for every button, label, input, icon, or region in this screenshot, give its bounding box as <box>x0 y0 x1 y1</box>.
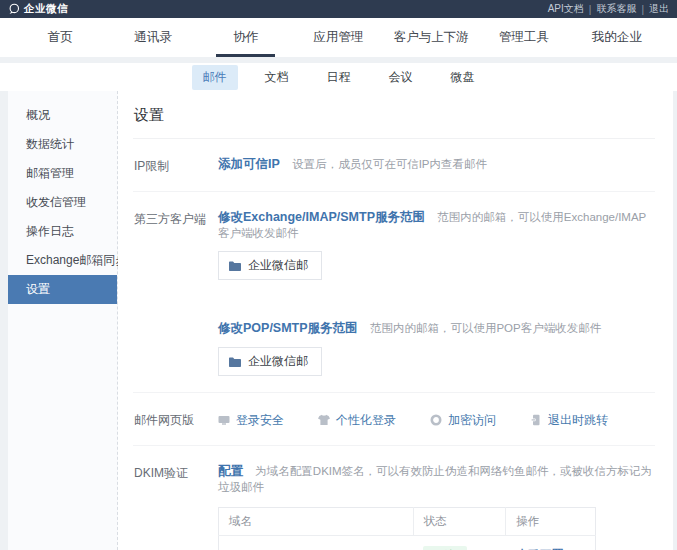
subtab-drive[interactable]: 微盘 <box>440 65 486 90</box>
dkim-configure-link[interactable]: 配置 <box>218 464 243 478</box>
sidebar-item-operation-log[interactable]: 操作日志 <box>8 217 117 246</box>
encrypted-access-link[interactable]: 加密访问 <box>430 412 496 429</box>
app-title: 企业微信 <box>24 2 68 16</box>
exchange-scope-row: 修改Exchange/IMAP/SMTP服务范围 范围内的邮箱，可以使用Exch… <box>218 209 655 280</box>
pop-scope-description: 范围内的邮箱，可以使用POP客户端收发邮件 <box>370 322 601 334</box>
monitor-icon <box>218 414 230 426</box>
personalized-login-link[interactable]: 个性化登录 <box>318 412 396 429</box>
exchange-scope-label: 企业微信邮 <box>248 257 308 274</box>
modify-pop-scope-link[interactable]: 修改POP/SMTP服务范围 <box>218 321 358 335</box>
sidebar-item-overview[interactable]: 概况 <box>8 101 117 130</box>
section-webmail: 邮件网页版 登录安全 <box>133 393 655 446</box>
subtab-meeting[interactable]: 会议 <box>378 65 424 90</box>
nav-tab-my-company[interactable]: 我的企业 <box>570 18 663 57</box>
sidebar-item-statistics[interactable]: 数据统计 <box>8 130 117 159</box>
app-logo: 企业微信 <box>8 2 68 16</box>
sidebar-item-exchange-sync[interactable]: Exchange邮箱同步 <box>8 246 117 275</box>
sidebar-item-settings[interactable]: 设置 <box>8 275 117 304</box>
section-label: DKIM验证 <box>134 463 218 550</box>
sidebar-item-mailbox-management[interactable]: 邮箱管理 <box>8 159 117 188</box>
table-header-row: 域名 状态 操作 <box>219 508 596 536</box>
subtab-mail[interactable]: 邮件 <box>192 65 238 90</box>
sub-nav: 邮件 文档 日程 会议 微盘 <box>0 63 677 91</box>
topbar-links: API文档 | 联系客服 | 退出 <box>548 2 669 16</box>
divider: | <box>641 4 644 15</box>
sidebar: 概况 数据统计 邮箱管理 收发信管理 操作日志 Exchange邮箱同步 设置 <box>8 91 118 550</box>
login-security-link[interactable]: 登录安全 <box>218 412 284 429</box>
dkim-domain-table: 域名 状态 操作 988666.club 已验证 查看配置 sjdhgfdk.c… <box>218 507 596 550</box>
exit-icon <box>530 414 542 426</box>
add-trusted-ip-link[interactable]: 添加可信IP <box>218 157 280 171</box>
pop-scope-row: 修改POP/SMTP服务范围 范围内的邮箱，可以使用POP客户端收发邮件 企业微… <box>218 320 655 376</box>
divider: | <box>589 4 592 15</box>
status-badge: 已验证 <box>423 546 467 550</box>
folder-icon <box>228 260 242 272</box>
api-docs-link[interactable]: API文档 <box>548 2 584 16</box>
column-header-domain: 域名 <box>219 508 414 536</box>
exchange-scope-chip[interactable]: 企业微信邮 <box>218 251 322 280</box>
section-label: 第三方客户端 <box>134 209 218 376</box>
sidebar-item-send-receive[interactable]: 收发信管理 <box>8 188 117 217</box>
nav-tab-tools[interactable]: 管理工具 <box>478 18 571 57</box>
domain-cell: 988666.club <box>219 536 414 550</box>
nav-tab-contacts[interactable]: 通讯录 <box>107 18 200 57</box>
top-bar: 企业微信 API文档 | 联系客服 | 退出 <box>0 0 677 18</box>
shirt-icon <box>318 414 330 426</box>
encrypt-icon <box>430 414 442 426</box>
section-ip-restriction: IP限制 添加可信IP 设置后，成员仅可在可信IP内查看邮件 <box>133 139 655 192</box>
dkim-description: 为域名配置DKIM签名，可以有效防止伪造和网络钓鱼邮件，或被收信方标记为垃圾邮件 <box>218 465 652 493</box>
page-title: 设置 <box>133 104 655 139</box>
column-header-status: 状态 <box>413 508 506 536</box>
section-third-party-clients: 第三方客户端 修改Exchange/IMAP/SMTP服务范围 范围内的邮箱，可… <box>133 192 655 393</box>
chat-bubble-icon <box>8 3 20 15</box>
nav-tab-collaboration[interactable]: 协作 <box>199 18 292 57</box>
main-panel: 设置 IP限制 添加可信IP 设置后，成员仅可在可信IP内查看邮件 第三方客户端… <box>118 91 673 550</box>
logout-link[interactable]: 退出 <box>649 2 669 16</box>
folder-icon <box>228 356 242 368</box>
contact-support-link[interactable]: 联系客服 <box>596 2 636 16</box>
logout-redirect-link[interactable]: 退出时跳转 <box>530 412 608 429</box>
main-nav: 首页 通讯录 协作 应用管理 客户与上下游 管理工具 我的企业 <box>0 18 677 57</box>
subtab-calendar[interactable]: 日程 <box>316 65 362 90</box>
modify-exchange-scope-link[interactable]: 修改Exchange/IMAP/SMTP服务范围 <box>218 210 425 224</box>
column-header-action: 操作 <box>506 508 596 536</box>
subtab-docs[interactable]: 文档 <box>254 65 300 90</box>
nav-tab-home[interactable]: 首页 <box>14 18 107 57</box>
section-label: IP限制 <box>134 156 218 175</box>
pop-scope-chip[interactable]: 企业微信邮 <box>218 347 322 376</box>
content-area: 概况 数据统计 邮箱管理 收发信管理 操作日志 Exchange邮箱同步 设置 … <box>8 91 673 550</box>
section-label: 邮件网页版 <box>134 410 218 429</box>
ip-restriction-description: 设置后，成员仅可在可信IP内查看邮件 <box>292 158 487 170</box>
nav-tab-customers[interactable]: 客户与上下游 <box>385 18 478 57</box>
section-dkim: DKIM验证 配置 为域名配置DKIM签名，可以有效防止伪造和网络钓鱼邮件，或被… <box>133 446 655 550</box>
table-row: 988666.club 已验证 查看配置 <box>219 536 596 550</box>
nav-tab-apps[interactable]: 应用管理 <box>292 18 385 57</box>
pop-scope-label: 企业微信邮 <box>248 353 308 370</box>
